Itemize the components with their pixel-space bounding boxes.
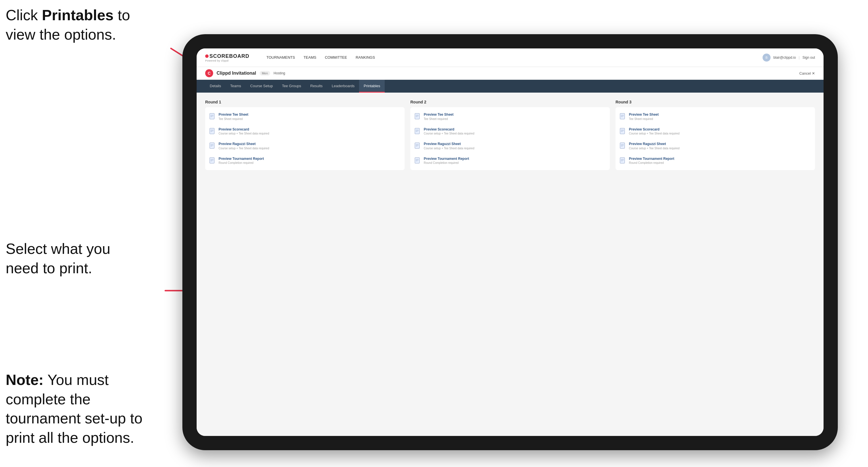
document-icon-3 xyxy=(210,143,216,150)
svg-rect-28 xyxy=(415,143,420,149)
sign-out-link[interactable]: Sign out xyxy=(802,56,815,60)
r1-scorecard-text: Preview Scorecard Course setup + Tee She… xyxy=(219,127,269,136)
user-email: blair@clippd.io xyxy=(773,56,796,60)
round-2-title: Round 2 xyxy=(410,100,610,104)
rounds-grid: Round 1 xyxy=(205,100,815,170)
document-icon-4 xyxy=(210,157,216,165)
round-2-card: Preview Tee Sheet Tee Sheet required Pre… xyxy=(410,107,610,170)
cancel-button[interactable]: Cancel ✕ xyxy=(799,71,815,75)
r1-raguzzi-title: Preview Raguzzi Sheet xyxy=(219,142,269,147)
svg-rect-40 xyxy=(620,128,625,134)
document-icon-7 xyxy=(414,143,421,150)
r3-tournament-report[interactable]: Preview Tournament Report Round Completi… xyxy=(620,156,811,166)
nav-rankings[interactable]: RANKINGS xyxy=(355,54,375,62)
r1-tee-sheet[interactable]: Preview Tee Sheet Tee Sheet required xyxy=(210,112,400,122)
instruction-middle: Select what you need to print. xyxy=(6,239,143,278)
tab-leaderboards[interactable]: Leaderboards xyxy=(327,80,359,93)
round-1-section: Round 1 xyxy=(205,100,405,170)
nav-tournaments[interactable]: TOURNAMENTS xyxy=(267,54,295,62)
r1-report-title: Preview Tournament Report xyxy=(219,157,264,161)
round-1-card: Preview Tee Sheet Tee Sheet required xyxy=(205,107,405,170)
round-1-title: Round 1 xyxy=(205,100,405,104)
tournament-badge: Men xyxy=(259,71,270,75)
document-icon-12 xyxy=(620,157,626,165)
round-2-section: Round 2 Preview Tee Sheet Tee Sheet requ… xyxy=(410,100,610,170)
svg-rect-48 xyxy=(620,158,625,163)
round-3-section: Round 3 Preview Tee Sheet Tee Sheet requ… xyxy=(616,100,815,170)
r1-scorecard[interactable]: Preview Scorecard Course setup + Tee She… xyxy=(210,126,400,137)
tournament-name: Clippd Invitational xyxy=(217,71,256,76)
brand: SCOREBOARD Powered by clippd xyxy=(205,53,249,62)
tournament-info: C Clippd Invitational Men Hosting xyxy=(205,69,285,77)
document-icon-6 xyxy=(414,128,421,135)
r2-raguzzi[interactable]: Preview Raguzzi Sheet Course setup + Tee… xyxy=(414,141,606,151)
r2-tournament-report[interactable]: Preview Tournament Report Round Completi… xyxy=(414,156,606,166)
top-nav-right: B blair@clippd.io | Sign out xyxy=(763,54,815,62)
r1-report-sub: Round Completion required xyxy=(219,161,264,165)
user-avatar: B xyxy=(763,54,771,62)
document-icon-11 xyxy=(620,143,626,150)
brand-title: SCOREBOARD xyxy=(210,53,249,59)
brand-sub: Powered by clippd xyxy=(205,59,249,62)
r1-report-text: Preview Tournament Report Round Completi… xyxy=(219,157,264,165)
tournament-status: Hosting xyxy=(274,71,285,75)
svg-rect-44 xyxy=(620,143,625,149)
svg-rect-36 xyxy=(620,114,625,119)
svg-rect-8 xyxy=(210,128,214,134)
note-bold: Note: xyxy=(6,372,43,388)
svg-rect-32 xyxy=(415,158,420,163)
r3-scorecard[interactable]: Preview Scorecard Course setup + Tee She… xyxy=(620,126,811,137)
r1-scorecard-title: Preview Scorecard xyxy=(219,127,269,132)
top-nav: SCOREBOARD Powered by clippd TOURNAMENTS… xyxy=(197,49,824,67)
tab-printables[interactable]: Printables xyxy=(359,80,385,93)
svg-rect-20 xyxy=(415,114,420,119)
r1-raguzzi-sub: Course setup + Tee Sheet data required xyxy=(219,147,269,150)
brand-logo-icon xyxy=(205,55,209,58)
r3-tee-sheet[interactable]: Preview Tee Sheet Tee Sheet required xyxy=(620,112,811,122)
printables-bold: Printables xyxy=(42,7,114,23)
tab-results[interactable]: Results xyxy=(306,80,327,93)
tournament-logo: C xyxy=(205,69,213,77)
r1-raguzzi-text: Preview Raguzzi Sheet Course setup + Tee… xyxy=(219,142,269,150)
document-icon-5 xyxy=(414,113,421,121)
nav-teams[interactable]: TEAMS xyxy=(304,54,316,62)
tab-details[interactable]: Details xyxy=(205,80,226,93)
document-icon-8 xyxy=(414,157,421,165)
r1-tee-sheet-title: Preview Tee Sheet xyxy=(219,113,248,117)
r2-tee-sheet[interactable]: Preview Tee Sheet Tee Sheet required xyxy=(414,112,606,122)
main-content: Round 1 xyxy=(197,93,824,436)
tablet-frame: SCOREBOARD Powered by clippd TOURNAMENTS… xyxy=(182,34,838,450)
tablet-screen: SCOREBOARD Powered by clippd TOURNAMENTS… xyxy=(197,49,824,436)
instruction-bottom: Note: You must complete the tournament s… xyxy=(6,370,143,447)
r2-scorecard[interactable]: Preview Scorecard Course setup + Tee She… xyxy=(414,126,606,137)
round-3-title: Round 3 xyxy=(616,100,815,104)
round-3-card: Preview Tee Sheet Tee Sheet required Pre… xyxy=(616,107,815,170)
r1-raguzzi[interactable]: Preview Raguzzi Sheet Course setup + Tee… xyxy=(210,141,400,151)
svg-rect-12 xyxy=(210,143,214,149)
svg-rect-4 xyxy=(210,114,214,119)
r1-tournament-report[interactable]: Preview Tournament Report Round Completi… xyxy=(210,156,400,166)
r1-tee-sheet-text: Preview Tee Sheet Tee Sheet required xyxy=(219,113,248,121)
document-icon-9 xyxy=(620,113,626,121)
tournament-bar: C Clippd Invitational Men Hosting Cancel… xyxy=(197,67,824,80)
document-icon-10 xyxy=(620,128,626,135)
document-icon-2 xyxy=(210,128,216,135)
r1-tee-sheet-sub: Tee Sheet required xyxy=(219,117,248,121)
tab-course-setup[interactable]: Course Setup xyxy=(246,80,278,93)
tab-tee-groups[interactable]: Tee Groups xyxy=(278,80,306,93)
document-icon xyxy=(210,113,216,121)
instruction-top: Click Printables to view the options. xyxy=(6,6,143,44)
top-nav-links: TOURNAMENTS TEAMS COMMITTEE RANKINGS xyxy=(267,54,751,62)
nav-committee[interactable]: COMMITTEE xyxy=(325,54,347,62)
sub-nav: Details Teams Course Setup Tee Groups Re… xyxy=(197,80,824,93)
r1-scorecard-sub: Course setup + Tee Sheet data required xyxy=(219,132,269,135)
r3-raguzzi[interactable]: Preview Raguzzi Sheet Course setup + Tee… xyxy=(620,141,811,151)
svg-rect-16 xyxy=(210,158,214,163)
svg-rect-24 xyxy=(415,128,420,134)
tab-teams[interactable]: Teams xyxy=(226,80,246,93)
